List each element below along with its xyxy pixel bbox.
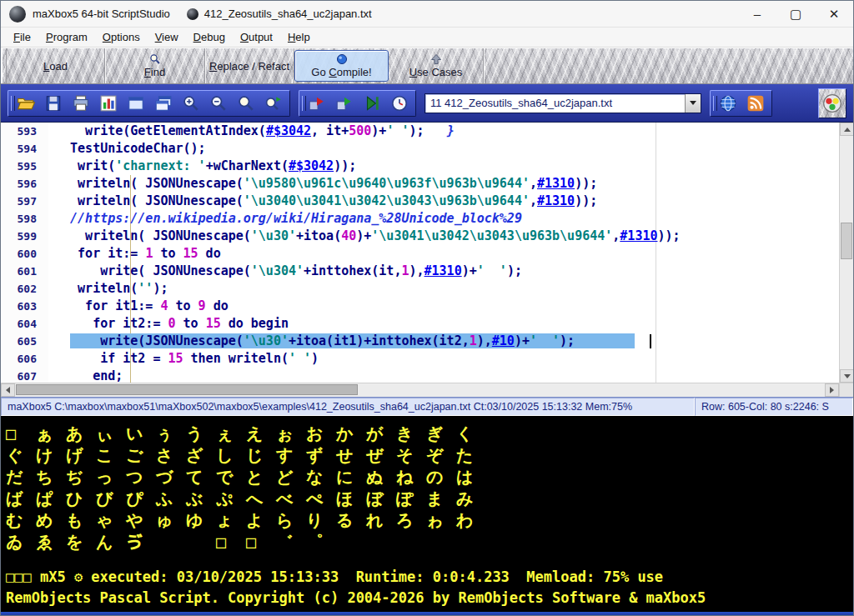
chart-icon[interactable] [99, 94, 118, 113]
menu-item-view[interactable]: View [148, 28, 186, 46]
window-tile-icon[interactable] [127, 94, 145, 113]
code-token: )+ [462, 263, 477, 278]
console-char-row: だちぢっつづてでとどなにぬねのは [6, 466, 853, 488]
window-cascade-icon[interactable] [154, 94, 173, 113]
web-icon[interactable] [719, 94, 737, 113]
console-char: と [246, 466, 276, 488]
run-icon[interactable] [363, 94, 381, 113]
console-char: ぞ [426, 444, 456, 466]
label-pre: Go [311, 66, 329, 78]
menu-item-program[interactable]: Program [38, 28, 95, 46]
scroll-right-button[interactable] [825, 383, 839, 397]
console-char: て [186, 466, 216, 488]
print-icon[interactable] [72, 94, 90, 113]
code-line-602[interactable]: 602 writeln(''); [1, 280, 839, 298]
menu-item-options[interactable]: Options [95, 28, 148, 46]
code-token: if it2 = [55, 351, 168, 366]
console-char: ほ [336, 488, 366, 509]
label-key: F [144, 66, 151, 78]
menu-item-output[interactable]: Output [233, 28, 280, 46]
replace-button[interactable]: Replace / Refact [205, 48, 294, 83]
scroll-down-button[interactable] [840, 369, 853, 383]
rss-icon[interactable] [746, 94, 765, 113]
zoom-out-icon[interactable] [209, 94, 228, 113]
code-line-593[interactable]: 593 write(GetElementAtIndex(#$3042, it+5… [1, 123, 839, 140]
code-token: ), [477, 333, 492, 348]
code-line-607[interactable]: 607 end; [1, 368, 839, 383]
label-post: se Cases [417, 66, 462, 78]
open-file-icon[interactable] [17, 94, 35, 113]
console-char: ゕ [156, 531, 186, 553]
history-icon[interactable] [390, 94, 409, 113]
compile-run-icon[interactable] [308, 94, 326, 113]
maximize-button[interactable]: ▢ [776, 1, 815, 27]
build-icon[interactable] [335, 94, 354, 113]
output-console[interactable]: □ぁあぃいぅうぇえぉおかがきぎくぐけげこごさざしじすずせぜそぞただちぢっつづてで… [1, 416, 853, 612]
console-char: ゞ [366, 531, 396, 553]
code-line-603[interactable]: 603 for it1:= 4 to 9 do [1, 298, 839, 315]
zoom-in-icon[interactable] [182, 94, 200, 113]
code-line-598[interactable]: 598 //https://en.wikipedia.org/wiki/Hira… [1, 210, 839, 228]
combo-dropdown-button[interactable] [685, 94, 701, 113]
console-char: め [36, 509, 66, 531]
code-token: )); [575, 193, 597, 208]
toolbar-grip[interactable] [1, 48, 7, 83]
code-token: '\u304' [251, 263, 304, 278]
code-token: then writeln( [183, 351, 289, 366]
horizontal-scroll-track[interactable] [15, 383, 825, 397]
scroll-left-button[interactable] [1, 383, 15, 397]
code-token: writeln( [55, 281, 138, 296]
find-button[interactable]: Find [105, 48, 205, 83]
code-line-595[interactable]: 595 writ('charnext: '+wCharNext(#$3042))… [1, 158, 839, 175]
console-char: ま [426, 488, 456, 509]
code-token: #1310 [537, 176, 575, 191]
vertical-scrollbar[interactable] [839, 123, 853, 383]
menu-item-help[interactable]: Help [280, 28, 318, 46]
code-line-600[interactable]: 600 for it:= 1 to 15 do [1, 245, 839, 263]
console-char: ゐ [6, 531, 36, 553]
menu-item-debug[interactable]: Debug [186, 28, 233, 46]
compile-button[interactable]: Go Compile! [294, 50, 389, 82]
title-bar: maXbox5 64-bit ScriptStudio 412_Zeosutil… [1, 1, 853, 28]
status-file-info: maXbox5 C:\maxbox\maxbox51\maXbox502\max… [1, 398, 695, 416]
usecases-button[interactable]: Use Cases [389, 48, 484, 83]
code-text: for it1:= 4 to 9 do [48, 298, 229, 315]
code-line-599[interactable]: 599 writeln( JSONUnescape('\u30'+itoa(40… [1, 228, 839, 245]
file-combo[interactable]: 11 412_Zeosutils_sha64_uc2japan.txt [424, 93, 701, 113]
vertical-scroll-thumb[interactable] [841, 223, 852, 259]
console-char: む [6, 509, 36, 531]
console-char: ぶ [186, 488, 216, 509]
load-button[interactable]: Load [7, 48, 105, 83]
code-line-604[interactable]: 604 for it2:= 0 to 15 do begin [1, 315, 839, 333]
console-char: ぽ [396, 488, 426, 509]
console-char: ら [276, 509, 306, 531]
code-token: to [168, 298, 198, 313]
find-icon[interactable] [237, 94, 255, 113]
code-editor[interactable]: 593 write(GetElementAtIndex(#$3042, it+5… [1, 123, 853, 383]
save-icon[interactable] [44, 94, 63, 113]
label-key: R [209, 60, 217, 73]
menu-item-file[interactable]: File [6, 28, 38, 46]
code-token: '\u3041\u3042\u3043\u963b\u9644' [371, 228, 612, 243]
code-token: ' ' [530, 333, 560, 348]
console-char: ゃ [96, 509, 126, 531]
close-button[interactable]: ✕ [815, 1, 853, 27]
console-char: ぜ [366, 444, 396, 466]
code-line-594[interactable]: 594 TestUnicodeChar(); [1, 140, 839, 158]
horizontal-scroll-thumb[interactable] [16, 384, 358, 395]
line-number: 595 [1, 158, 48, 175]
code-line-597[interactable]: 597 writeln( JSONUnescape('\u3040\u3041\… [1, 193, 839, 210]
code-text: TestUnicodeChar(); [48, 140, 206, 158]
code-line-601[interactable]: 601 write( JSONUnescape('\u304'+inttohex… [1, 263, 839, 280]
line-number: 603 [1, 298, 48, 315]
status-caret-info: Row: 605-Col: 80 s:2246: S [695, 398, 853, 416]
traffic-light-icon[interactable] [822, 93, 842, 113]
code-line-606[interactable]: 606 if it2 = 15 then writeln(' ') [1, 350, 839, 368]
minimize-button[interactable]: – [738, 1, 776, 27]
code-line-596[interactable]: 596 writeln( JSONUnescape('\u9580\u961c\… [1, 175, 839, 193]
horizontal-scrollbar[interactable] [1, 383, 853, 397]
scroll-up-button[interactable] [840, 123, 853, 136]
find-next-icon[interactable] [264, 94, 283, 113]
code-line-605[interactable]: 605 write(JSONUnescape('\u30'+itoa(it1)+… [1, 333, 839, 350]
console-char: じ [246, 444, 276, 466]
